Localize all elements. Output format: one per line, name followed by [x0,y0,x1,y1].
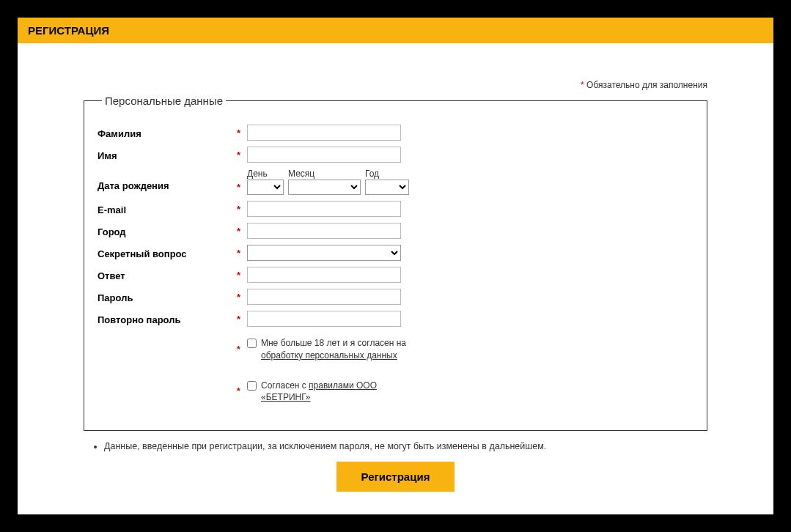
password-label: Пароль [98,291,237,303]
registration-page: РЕГИСТРАЦИЯ * Обязательно для заполнения… [18,18,773,514]
required-indicator: * [237,314,247,325]
city-label: Город [98,225,237,237]
page-header: РЕГИСТРАЦИЯ [18,18,773,43]
answer-input[interactable] [247,267,401,283]
name-label: Имя [98,149,237,161]
fieldset-legend: Персональные данные [102,95,226,107]
rules-consent-checkbox[interactable] [247,381,257,391]
age-consent-checkbox[interactable] [247,339,257,348]
required-indicator: * [237,169,247,193]
required-indicator: * [237,248,247,259]
personal-data-fieldset: Персональные данные Фамилия * Имя * Дата… [84,95,707,431]
dob-month-select[interactable] [288,180,361,195]
dob-group: День Месяц Год [247,169,693,195]
secret-question-select[interactable] [247,245,401,261]
age-consent-text: Мне больше 18 лет и я согласен на обрабо… [261,337,408,362]
password2-label: Повторно пароль [98,313,237,325]
required-indicator: * [237,226,247,237]
dob-day-label: День [247,169,284,179]
dob-year-select[interactable] [365,180,409,195]
required-indicator: * [237,337,247,362]
surname-input[interactable] [247,125,401,141]
note-item: Данные, введенные при регистрации, за ис… [104,441,707,451]
required-indicator: * [237,204,247,215]
password2-input[interactable] [247,311,401,327]
dob-label: Дата рождения [98,169,237,191]
dob-month-label: Месяц [288,169,361,179]
answer-label: Ответ [98,269,237,281]
required-text: Обязательно для заполнения [584,80,707,90]
content-area: * Обязательно для заполнения Персональны… [18,43,773,506]
dob-year-label: Год [365,169,409,179]
page-title: РЕГИСТРАЦИЯ [28,24,109,37]
dob-day-select[interactable] [247,180,284,195]
email-input[interactable] [247,201,401,217]
personal-data-link[interactable]: обработку персональных данных [261,350,397,361]
city-input[interactable] [247,223,401,239]
register-button[interactable]: Регистрация [336,462,455,492]
surname-label: Фамилия [98,127,237,139]
required-indicator: * [237,292,247,303]
required-indicator: * [237,128,247,138]
secret-label: Секретный вопрос [98,247,237,259]
rules-consent-text: Согласен с правилами ООО «БЕТРИНГ» [261,380,408,404]
required-indicator: * [237,149,247,160]
required-indicator: * [237,380,247,404]
email-label: E-mail [98,203,237,215]
required-indicator: * [237,270,247,281]
notes-list: Данные, введенные при регистрации, за ис… [104,441,707,451]
required-note: * Обязательно для заполнения [84,80,707,90]
name-input[interactable] [247,147,401,163]
password-input[interactable] [247,289,401,305]
